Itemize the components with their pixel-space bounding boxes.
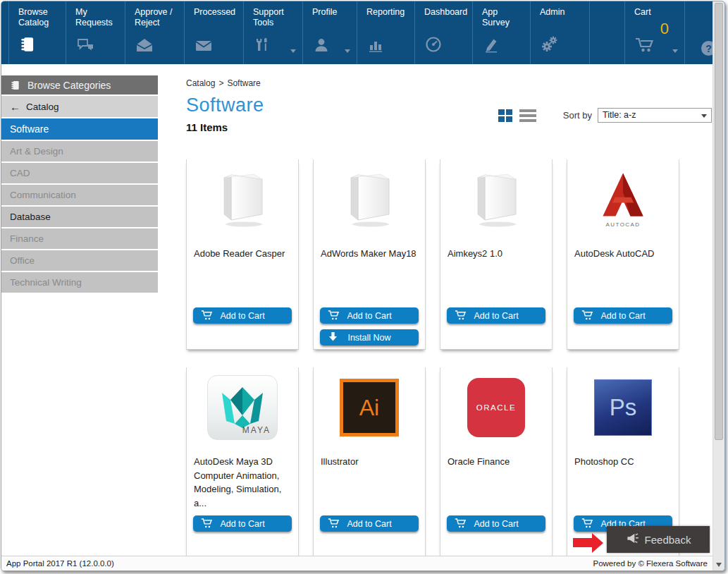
grid-view-icon[interactable]	[498, 109, 512, 122]
download-arrow-icon	[328, 331, 338, 342]
top-navigation: Browse Catalog My Requests Approve / Rej…	[1, 1, 724, 64]
product-card-adobe-reader-casper[interactable]: Adobe Reader Casper Add to Cart	[186, 159, 299, 350]
product-title: Oracle Finance	[448, 455, 545, 469]
nav-app-survey[interactable]: App Survey	[473, 1, 531, 64]
scrollbar-down-arrow-icon[interactable]	[716, 563, 722, 567]
nav-approve-reject-label: Approve / Reject	[125, 1, 184, 28]
sidebar-item-label: Communication	[10, 190, 76, 200]
sidebar-header: Browse Categories	[1, 75, 158, 94]
illustrator-logo-text: Ai	[359, 395, 379, 421]
nav-cart-label: Cart	[625, 1, 684, 18]
back-arrow-icon: ←	[10, 101, 20, 113]
product-card-maya[interactable]: MAYA AutoDesk Maya 3D Computer Animation…	[186, 367, 299, 558]
product-card-aimkeys2[interactable]: Aimkeys2 1.0 Add to Cart	[440, 159, 553, 350]
sidebar-categories: Browse Categories ← Catalog Software Art…	[1, 75, 158, 294]
oracle-logo-text: ORACLE	[476, 403, 516, 412]
list-view-icon[interactable]	[519, 109, 536, 122]
product-card-adwords-maker[interactable]: AdWords Maker May18 Add to Cart Install …	[313, 159, 426, 350]
chevron-down-icon	[672, 49, 678, 53]
gauge-icon	[424, 35, 443, 56]
cart-icon	[328, 310, 340, 321]
add-to-cart-button[interactable]: Add to Cart	[193, 307, 292, 324]
cart-icon	[201, 518, 213, 529]
maya-logo-icon: MAYA	[194, 372, 291, 444]
nav-approve-reject[interactable]: Approve / Reject	[125, 1, 185, 64]
nav-profile[interactable]: Profile	[303, 1, 357, 64]
nav-spacer	[590, 1, 625, 64]
add-to-cart-button[interactable]: Add to Cart	[447, 515, 545, 532]
powered-by-text: Powered by © Flexera Software	[593, 559, 708, 568]
install-now-button[interactable]: Install Now	[320, 329, 419, 346]
feedback-label: Feedback	[645, 534, 691, 546]
add-to-cart-button[interactable]: Add to Cart	[447, 307, 545, 324]
app-window: Browse Catalog My Requests Approve / Rej…	[1, 1, 725, 571]
product-card-illustrator[interactable]: Ai Illustrator Add to Cart	[313, 367, 426, 558]
generic-box-icon	[194, 164, 291, 236]
sidebar-item-art-design[interactable]: Art & Design	[1, 141, 158, 161]
nav-cart[interactable]: Cart 0	[625, 1, 685, 64]
nav-my-requests[interactable]: My Requests	[66, 1, 125, 64]
cart-icon	[201, 310, 213, 321]
person-icon	[312, 37, 331, 56]
breadcrumb-catalog[interactable]: Catalog	[186, 78, 215, 88]
sort-by-label: Sort by	[563, 110, 592, 121]
sidebar-item-cad[interactable]: CAD	[1, 163, 158, 183]
sidebar-item-technical-writing[interactable]: Technical Writing	[1, 272, 158, 293]
cart-icon	[455, 518, 467, 529]
add-to-cart-button[interactable]: Add to Cart	[320, 515, 419, 532]
autocad-logo-text: AUTOCAD	[606, 221, 641, 228]
nav-dashboard-label: Dashboard	[415, 1, 472, 18]
pen-icon	[482, 37, 500, 56]
nav-browse-catalog[interactable]: Browse Catalog	[8, 1, 66, 64]
product-title: AutoDesk Maya 3D Computer Animation, Mod…	[194, 455, 291, 510]
catalog-book-icon	[18, 35, 37, 56]
nav-reporting[interactable]: Reporting	[357, 1, 415, 64]
sidebar-item-software[interactable]: Software	[1, 118, 158, 140]
view-sort-toolbar: Sort by Title: a-z	[498, 108, 712, 123]
nav-processed-label: Processed	[185, 1, 243, 18]
nav-processed[interactable]: Processed	[185, 1, 244, 64]
generic-box-icon	[448, 164, 545, 236]
add-to-cart-button[interactable]: Add to Cart	[193, 515, 292, 532]
sidebar-item-label: Technical Writing	[10, 277, 82, 288]
chevron-down-icon	[345, 49, 350, 53]
autocad-logo-icon: AUTOCAD	[574, 164, 672, 236]
footer-bar: App Portal 2017 R1 (12.0.0.0) Powered by…	[1, 556, 712, 570]
nav-app-survey-label: App Survey	[473, 1, 530, 28]
cart-icon	[328, 518, 340, 529]
nav-admin[interactable]: Admin	[531, 1, 590, 64]
nav-dashboard[interactable]: Dashboard	[415, 1, 473, 64]
sidebar-item-communication[interactable]: Communication	[1, 185, 158, 205]
photoshop-logo-icon: Ps	[574, 372, 672, 444]
envelope-open-icon	[135, 37, 154, 56]
sidebar-item-office[interactable]: Office	[1, 250, 158, 271]
product-card-autocad[interactable]: AUTOCAD AutoDesk AutoCAD Add to Cart	[567, 159, 679, 350]
sidebar-item-finance[interactable]: Finance	[1, 228, 158, 249]
sidebar-back-label: Catalog	[26, 102, 59, 112]
sidebar-back-catalog[interactable]: ← Catalog	[1, 96, 158, 117]
nav-my-requests-label: My Requests	[66, 1, 125, 28]
add-to-cart-label: Add to Cart	[220, 519, 264, 529]
scrollbar-thumb[interactable]	[715, 3, 723, 440]
catalog-book-icon	[10, 80, 21, 91]
chevron-down-icon	[290, 49, 296, 53]
maya-logo-text: MAYA	[242, 425, 271, 435]
feedback-button[interactable]: Feedback	[607, 526, 710, 553]
breadcrumb-separator: >	[218, 78, 223, 88]
bar-chart-icon	[366, 37, 385, 56]
sort-select[interactable]: Title: a-z	[598, 108, 712, 123]
items-count: 11 Items	[186, 121, 715, 133]
add-to-cart-button[interactable]: Add to Cart	[320, 307, 419, 324]
product-title: Illustrator	[321, 455, 418, 469]
chat-bubbles-icon	[75, 37, 95, 56]
nav-support-tools[interactable]: Support Tools	[244, 1, 303, 64]
cart-count-badge: 0	[660, 20, 669, 38]
nav-support-tools-label: Support Tools	[244, 1, 302, 28]
vertical-scrollbar	[712, 1, 724, 570]
cart-icon	[634, 35, 657, 56]
sidebar-item-label: Art & Design	[10, 146, 63, 157]
app-version-text: App Portal 2017 R1 (12.0.0.0)	[6, 559, 114, 568]
add-to-cart-button[interactable]: Add to Cart	[574, 307, 672, 324]
sidebar-item-database[interactable]: Database	[1, 207, 158, 227]
product-card-oracle-finance[interactable]: ORACLE Oracle Finance Add to Cart	[440, 367, 553, 558]
